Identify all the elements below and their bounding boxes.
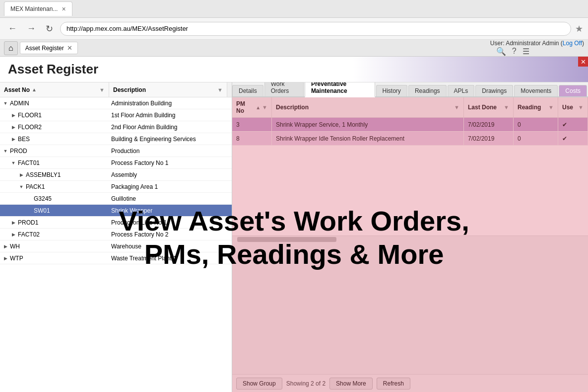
pm-th-desc[interactable]: Description ▼ <box>272 97 464 117</box>
forward-button[interactable]: → <box>24 21 39 36</box>
detail-tab-apls[interactable]: APLs <box>448 85 475 96</box>
showing-info: Showing 2 of 2 <box>286 380 326 387</box>
tree-row[interactable]: ▶ FACT02 Process Factory No 2 <box>0 229 232 240</box>
detail-tab-history[interactable]: History <box>376 85 407 96</box>
tree-row[interactable]: SW01 Shrink Wrapper <box>0 205 232 217</box>
expand-icon[interactable]: ▶ <box>2 255 9 262</box>
tab-close-icon[interactable]: × <box>62 5 65 13</box>
detail-tab-work-orders[interactable]: Work Orders <box>264 82 304 96</box>
tree-col-desc-header[interactable]: Description ▼ <box>109 82 227 97</box>
desc-label: Description <box>113 86 146 93</box>
detail-tab-costs[interactable]: Costs <box>559 85 587 96</box>
browser-titlebar: MEX Maintenan... × <box>0 0 588 18</box>
pm-desc-col-menu[interactable]: ▼ <box>454 104 459 110</box>
tree-assetno-label: FACT01 <box>18 159 40 166</box>
main-content: Asset Register ✕ Asset No ▲ ▼ Descriptio… <box>0 57 588 392</box>
expand-icon[interactable]: ▶ <box>18 171 25 178</box>
menu-icon[interactable]: ☰ <box>523 47 529 56</box>
pm-tbody: 3 Shrink Wrapper Service, 1 Monthly 7/02… <box>232 118 588 146</box>
expand-icon[interactable]: ▼ <box>10 159 17 166</box>
pm-desc-label: Description <box>276 104 309 111</box>
tree-desc-label: Building & Engineering Services <box>109 136 232 143</box>
tree-col-assetno-header[interactable]: Asset No ▲ ▼ <box>0 82 109 97</box>
app-tab-label: Asset Register <box>25 45 64 52</box>
expand-icon[interactable]: ▶ <box>10 136 17 143</box>
help-icon[interactable]: ? <box>512 47 517 56</box>
expand-icon[interactable]: ▶ <box>10 231 17 238</box>
expand-icon[interactable] <box>26 207 33 214</box>
pm-thead: PM No ▲ ▼ Description ▼ Last Done ▼ <box>232 97 588 118</box>
show-group-button[interactable]: Show Group <box>236 378 282 390</box>
pm-use-col-menu[interactable]: ▼ <box>578 104 584 110</box>
detail-tab-details[interactable]: Details <box>232 85 263 96</box>
col-menu-icon2[interactable]: ▼ <box>217 87 223 93</box>
tree-row[interactable]: ▶ FLOOR2 2nd Floor Admin Building <box>0 121 232 133</box>
app-tab-close-icon[interactable]: ✕ <box>67 44 72 52</box>
pm-cell-use: ✔ <box>558 118 588 131</box>
expand-icon[interactable]: ▼ <box>18 183 25 190</box>
refresh-button[interactable]: Refresh <box>377 378 410 390</box>
detail-tab-movements[interactable]: Movements <box>514 85 558 96</box>
tree-row[interactable]: ▶ PROD1 Production Line No 1 <box>0 217 232 229</box>
pm-th-pmno[interactable]: PM No ▲ ▼ <box>232 97 272 117</box>
tree-row[interactable]: ▼ ADMIN Administration Building <box>0 97 232 109</box>
bookmark-button[interactable]: ★ <box>575 23 583 34</box>
logoff-link[interactable]: Log Off <box>563 40 582 47</box>
tree-row[interactable]: G3245 Guillotine <box>0 193 232 205</box>
close-panel-button[interactable]: ✕ <box>578 57 588 67</box>
show-more-button[interactable]: Show More <box>329 378 373 390</box>
page-header: Asset Register ✕ <box>0 57 588 82</box>
detail-tab-readings[interactable]: Readings <box>408 85 447 96</box>
expand-icon[interactable]: ▶ <box>10 124 17 131</box>
refresh-browser-button[interactable]: ↻ <box>43 21 56 36</box>
address-bar[interactable] <box>60 22 571 36</box>
expand-icon[interactable]: ▶ <box>2 243 9 250</box>
tree-body[interactable]: ▼ ADMIN Administration Building ▶ FLOOR1… <box>0 97 232 392</box>
tree-row[interactable]: ▼ FACT01 Process Factory No 1 <box>0 157 232 169</box>
expand-icon[interactable]: ▼ <box>2 100 9 107</box>
expand-icon[interactable]: ▶ <box>10 219 17 226</box>
detail-tab-drawings[interactable]: Drawings <box>475 85 513 96</box>
user-info: User: Administrator Admin (Log Off) 🔍 ? … <box>490 40 584 56</box>
tree-assetno-label: WTP <box>10 255 23 262</box>
tree-desc-label: Guillotine <box>109 195 232 202</box>
pm-th-reading[interactable]: Reading ▼ <box>514 97 558 117</box>
expand-icon[interactable] <box>26 195 33 202</box>
pm-reading-col-menu[interactable]: ▼ <box>548 104 554 110</box>
pm-row[interactable]: 3 Shrink Wrapper Service, 1 Monthly 7/02… <box>232 118 588 132</box>
tree-assetno-label: BES <box>18 136 30 143</box>
tree-row[interactable]: ▶ WTP Waste Treatment Plant 1 <box>0 252 232 264</box>
tree-row[interactable]: ▼ PACK1 Packaging Area 1 <box>0 181 232 193</box>
pm-th-use[interactable]: Use ▼ <box>558 97 588 117</box>
pagination-bar: Show Group Showing 2 of 2 Show More Refr… <box>232 374 588 392</box>
pm-pmno-label: PM No <box>236 100 254 114</box>
col-menu-icon[interactable]: ▼ <box>99 87 105 93</box>
back-button[interactable]: ← <box>5 21 20 36</box>
tree-assetno-label: SW01 <box>34 207 50 214</box>
tree-desc-label: 1st Floor Admin Building <box>109 112 232 119</box>
detail-tab-preventative-maintenance[interactable]: Preventative Maintenance <box>305 82 375 97</box>
pm-lastdone-col-menu[interactable]: ▼ <box>504 104 509 110</box>
expand-icon[interactable]: ▶ <box>10 112 17 119</box>
tree-assetno-label: PROD <box>10 148 27 155</box>
pm-row[interactable]: 8 Shrink Wrapper Idle Tension Roller Rep… <box>232 132 588 146</box>
pm-reading-label: Reading <box>518 104 541 111</box>
h-scrollbar[interactable] <box>232 235 588 374</box>
tree-row[interactable]: ▶ WH Warehouse <box>0 240 232 252</box>
pm-table[interactable]: PM No ▲ ▼ Description ▼ Last Done ▼ <box>232 97 588 235</box>
tree-row[interactable]: ▼ PROD Production <box>0 145 232 157</box>
tree-desc-label: Process Factory No 1 <box>109 159 232 166</box>
browser-tab[interactable]: MEX Maintenan... × <box>4 1 72 16</box>
pm-th-lastdone[interactable]: Last Done ▼ <box>464 97 514 117</box>
search-toolbar-icon[interactable]: 🔍 <box>496 47 506 56</box>
tree-desc-label: Shrink Wrapper <box>109 207 232 214</box>
home-button[interactable]: ⌂ <box>4 41 18 55</box>
asset-register-tab[interactable]: Asset Register ✕ <box>20 42 78 54</box>
h-scrollbar-thumb <box>237 237 336 242</box>
tree-row[interactable]: ▶ FLOOR1 1st Floor Admin Building <box>0 109 232 121</box>
pmno-col-menu[interactable]: ▼ <box>262 104 267 110</box>
tree-row[interactable]: ▶ ASSEMBLY1 Assembly <box>0 169 232 181</box>
app-tabbar: ⌂ Asset Register ✕ User: Administrator A… <box>0 40 588 57</box>
tree-row[interactable]: ▶ BES Building & Engineering Services <box>0 133 232 145</box>
expand-icon[interactable]: ▼ <box>2 148 9 155</box>
